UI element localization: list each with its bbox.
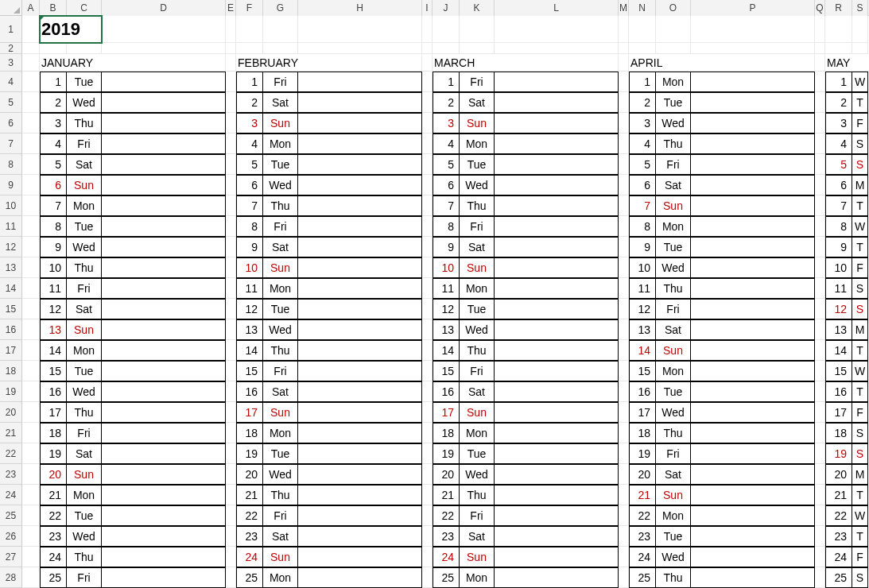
col-header-I[interactable]: I bbox=[422, 0, 433, 16]
day-note[interactable] bbox=[691, 423, 815, 443]
row-header-12[interactable]: 12 bbox=[0, 237, 22, 257]
gap[interactable] bbox=[422, 423, 433, 443]
gap[interactable] bbox=[815, 547, 825, 567]
cell-r2-13[interactable] bbox=[629, 43, 656, 54]
gap[interactable] bbox=[619, 319, 629, 340]
gap[interactable] bbox=[815, 319, 825, 340]
day-name[interactable]: Fri bbox=[460, 505, 495, 526]
day-name[interactable]: F bbox=[852, 547, 868, 567]
day-name[interactable]: Thu bbox=[460, 195, 495, 216]
day-note[interactable] bbox=[495, 505, 619, 526]
day-note[interactable] bbox=[691, 175, 815, 195]
day-name[interactable]: Sun bbox=[460, 257, 495, 278]
day-num[interactable]: 13 bbox=[236, 319, 263, 340]
row-header-18[interactable]: 18 bbox=[0, 361, 22, 381]
day-note[interactable] bbox=[298, 381, 422, 402]
day-name[interactable]: Sun bbox=[67, 175, 102, 195]
gap[interactable] bbox=[226, 92, 236, 113]
day-name[interactable]: Mon bbox=[263, 278, 298, 299]
gap[interactable] bbox=[422, 133, 433, 154]
day-name[interactable]: S bbox=[852, 278, 868, 299]
day-name[interactable]: Tue bbox=[67, 505, 102, 526]
gap[interactable] bbox=[226, 423, 236, 443]
gap[interactable] bbox=[619, 175, 629, 195]
day-num[interactable]: 19 bbox=[825, 443, 852, 464]
day-name[interactable]: Sun bbox=[263, 547, 298, 567]
row-header-25[interactable]: 25 bbox=[0, 505, 22, 526]
gap[interactable] bbox=[226, 299, 236, 319]
day-note[interactable] bbox=[495, 257, 619, 278]
day-num[interactable]: 25 bbox=[236, 567, 263, 588]
gap[interactable] bbox=[619, 485, 629, 505]
day-note[interactable] bbox=[495, 547, 619, 567]
day-name[interactable]: W bbox=[852, 361, 868, 381]
cell-r2-11[interactable] bbox=[495, 43, 619, 54]
cell-A23[interactable] bbox=[22, 464, 40, 485]
gap[interactable] bbox=[619, 154, 629, 175]
gap[interactable] bbox=[226, 340, 236, 361]
day-num[interactable]: 14 bbox=[825, 340, 852, 361]
day-name[interactable]: Tue bbox=[263, 154, 298, 175]
day-num[interactable]: 9 bbox=[236, 237, 263, 257]
cell-r2-8[interactable] bbox=[422, 43, 433, 54]
day-note[interactable] bbox=[102, 402, 226, 423]
gap[interactable] bbox=[815, 526, 825, 547]
day-name[interactable]: Wed bbox=[656, 402, 691, 423]
row-header-21[interactable]: 21 bbox=[0, 423, 22, 443]
day-name[interactable]: Fri bbox=[460, 72, 495, 92]
day-name[interactable]: W bbox=[852, 505, 868, 526]
day-num[interactable]: 20 bbox=[40, 464, 67, 485]
day-num[interactable]: 10 bbox=[825, 257, 852, 278]
gap[interactable] bbox=[619, 195, 629, 216]
gap[interactable] bbox=[422, 216, 433, 237]
day-num[interactable]: 17 bbox=[236, 402, 263, 423]
day-num[interactable]: 2 bbox=[433, 92, 460, 113]
gap[interactable] bbox=[226, 526, 236, 547]
day-num[interactable]: 11 bbox=[629, 278, 656, 299]
day-name[interactable]: Tue bbox=[460, 154, 495, 175]
gap[interactable] bbox=[619, 113, 629, 133]
day-name[interactable]: Sat bbox=[263, 381, 298, 402]
row-header-27[interactable]: 27 bbox=[0, 547, 22, 567]
cell-r1-13[interactable] bbox=[815, 16, 825, 43]
day-num[interactable]: 10 bbox=[433, 257, 460, 278]
day-num[interactable]: 5 bbox=[825, 154, 852, 175]
day-num[interactable]: 16 bbox=[40, 381, 67, 402]
gap[interactable] bbox=[619, 423, 629, 443]
cell-r1-2[interactable] bbox=[236, 16, 263, 43]
gap[interactable] bbox=[226, 216, 236, 237]
cell-r2-0[interactable] bbox=[22, 43, 40, 54]
gap[interactable] bbox=[226, 443, 236, 464]
gap[interactable] bbox=[815, 340, 825, 361]
month-name-3[interactable]: APRIL bbox=[629, 54, 815, 72]
day-num[interactable]: 6 bbox=[236, 175, 263, 195]
day-note[interactable] bbox=[691, 526, 815, 547]
day-note[interactable] bbox=[495, 216, 619, 237]
gap[interactable] bbox=[226, 464, 236, 485]
row-header-15[interactable]: 15 bbox=[0, 299, 22, 319]
day-note[interactable] bbox=[691, 72, 815, 92]
gap[interactable] bbox=[422, 485, 433, 505]
gap[interactable] bbox=[619, 526, 629, 547]
day-num[interactable]: 14 bbox=[629, 340, 656, 361]
day-name[interactable]: Fri bbox=[67, 133, 102, 154]
gap[interactable] bbox=[815, 402, 825, 423]
row-header-28[interactable]: 28 bbox=[0, 567, 22, 588]
day-name[interactable]: Sun bbox=[656, 195, 691, 216]
year-cell[interactable]: 2019 bbox=[40, 16, 102, 43]
day-note[interactable] bbox=[102, 133, 226, 154]
cell-r2-7[interactable] bbox=[298, 43, 422, 54]
cell-A10[interactable] bbox=[22, 195, 40, 216]
day-note[interactable] bbox=[298, 195, 422, 216]
gap[interactable] bbox=[226, 319, 236, 340]
day-num[interactable]: 8 bbox=[40, 216, 67, 237]
gap[interactable] bbox=[422, 319, 433, 340]
day-num[interactable]: 6 bbox=[825, 175, 852, 195]
day-num[interactable]: 17 bbox=[825, 402, 852, 423]
day-note[interactable] bbox=[298, 257, 422, 278]
day-num[interactable]: 22 bbox=[629, 505, 656, 526]
day-note[interactable] bbox=[298, 237, 422, 257]
day-num[interactable]: 9 bbox=[40, 237, 67, 257]
gap[interactable] bbox=[815, 216, 825, 237]
cell-r1-0[interactable] bbox=[102, 16, 226, 43]
